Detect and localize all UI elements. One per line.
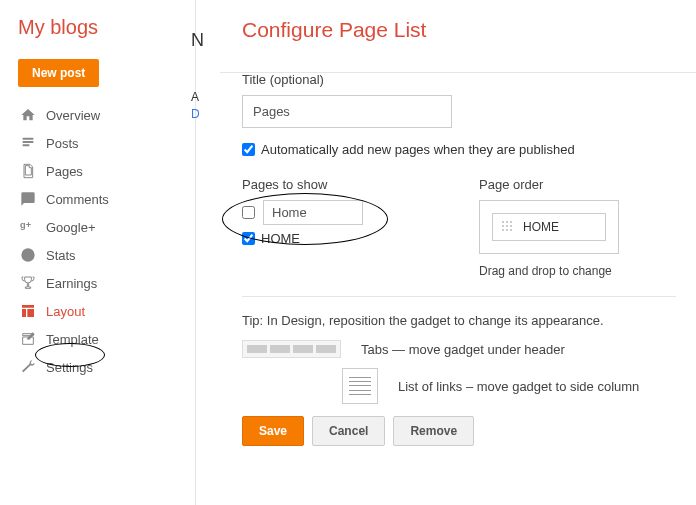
list-visual-icon bbox=[342, 368, 378, 404]
page-order-col: Page order HOME Drag and drop to change bbox=[479, 177, 676, 278]
stats-icon bbox=[18, 247, 38, 263]
page-order-label: Page order bbox=[479, 177, 676, 192]
svg-point-6 bbox=[510, 225, 512, 227]
svg-point-7 bbox=[502, 229, 504, 231]
remove-button[interactable]: Remove bbox=[393, 416, 474, 446]
nav-label: Template bbox=[46, 332, 99, 347]
tabs-tip-row: Tabs — move gadget under header bbox=[242, 340, 676, 358]
home-icon bbox=[18, 107, 38, 123]
nav-settings[interactable]: Settings bbox=[18, 353, 195, 381]
auto-add-checkbox[interactable] bbox=[242, 143, 255, 156]
nav-pages[interactable]: Pages bbox=[18, 157, 195, 185]
nav-label: Google+ bbox=[46, 220, 96, 235]
drag-handle-icon bbox=[501, 220, 515, 234]
nav-label: Posts bbox=[46, 136, 79, 151]
page-home-checkbox[interactable] bbox=[242, 206, 255, 219]
nav-label: Comments bbox=[46, 192, 109, 207]
page-home-input[interactable] bbox=[263, 200, 363, 225]
main-panel: Configure Page List Title (optional) Aut… bbox=[196, 0, 696, 505]
page-title: Configure Page List bbox=[242, 18, 676, 42]
nav-googleplus[interactable]: g+Google+ bbox=[18, 213, 195, 241]
clipped-link[interactable]: D bbox=[191, 107, 200, 121]
nav-label: Settings bbox=[46, 360, 93, 375]
svg-point-5 bbox=[506, 225, 508, 227]
nav-label: Overview bbox=[46, 108, 100, 123]
clipped-text: N bbox=[191, 30, 204, 51]
tip-text: Tip: In Design, reposition the gadget to… bbox=[242, 313, 676, 328]
pages-to-show-label: Pages to show bbox=[242, 177, 439, 192]
title-field-label: Title (optional) bbox=[242, 72, 676, 87]
googleplus-icon: g+ bbox=[18, 219, 38, 235]
nav-template[interactable]: Template bbox=[18, 325, 195, 353]
svg-point-4 bbox=[502, 225, 504, 227]
nav-stats[interactable]: Stats bbox=[18, 241, 195, 269]
top-divider bbox=[220, 72, 696, 73]
svg-text:g+: g+ bbox=[20, 220, 32, 230]
clipped-text: A bbox=[191, 90, 199, 104]
nav-earnings[interactable]: Earnings bbox=[18, 269, 195, 297]
pages-to-show-col: Pages to show HOME bbox=[242, 177, 439, 278]
wrench-icon bbox=[18, 359, 38, 375]
svg-point-8 bbox=[506, 229, 508, 231]
layout-icon bbox=[18, 303, 38, 319]
nav-comments[interactable]: Comments bbox=[18, 185, 195, 213]
new-post-button[interactable]: New post bbox=[18, 59, 99, 87]
svg-point-2 bbox=[506, 221, 508, 223]
sidebar-nav: Overview Posts Pages Comments g+Google+ … bbox=[18, 101, 195, 381]
page-order-item[interactable]: HOME bbox=[492, 213, 606, 241]
title-input[interactable] bbox=[242, 95, 452, 128]
drag-drop-text: Drag and drop to change bbox=[479, 264, 676, 278]
save-button[interactable]: Save bbox=[242, 416, 304, 446]
order-item-label: HOME bbox=[523, 220, 559, 234]
nav-label: Earnings bbox=[46, 276, 97, 291]
pages-icon bbox=[18, 163, 38, 179]
svg-point-9 bbox=[510, 229, 512, 231]
nav-posts[interactable]: Posts bbox=[18, 129, 195, 157]
template-icon bbox=[18, 331, 38, 347]
svg-point-1 bbox=[502, 221, 504, 223]
tabs-visual-icon bbox=[242, 340, 341, 358]
sidebar: My blogs New post Overview Posts Pages C… bbox=[0, 0, 196, 505]
page-home-caps-checkbox[interactable] bbox=[242, 232, 255, 245]
auto-add-label: Automatically add new pages when they ar… bbox=[261, 142, 575, 157]
posts-icon bbox=[18, 135, 38, 151]
list-tip-row: List of links – move gadget to side colu… bbox=[242, 368, 676, 404]
page-order-box: HOME bbox=[479, 200, 619, 254]
nav-label: Pages bbox=[46, 164, 83, 179]
nav-layout[interactable]: Layout bbox=[18, 297, 195, 325]
trophy-icon bbox=[18, 275, 38, 291]
list-tip-text: List of links – move gadget to side colu… bbox=[398, 379, 639, 394]
comments-icon bbox=[18, 191, 38, 207]
nav-label: Stats bbox=[46, 248, 76, 263]
svg-point-3 bbox=[510, 221, 512, 223]
my-blogs-heading: My blogs bbox=[18, 16, 195, 39]
nav-label: Layout bbox=[46, 304, 85, 319]
action-buttons: Save Cancel Remove bbox=[242, 416, 676, 446]
tabs-tip-text: Tabs — move gadget under header bbox=[361, 342, 565, 357]
page-home-caps-label: HOME bbox=[261, 231, 300, 246]
nav-overview[interactable]: Overview bbox=[18, 101, 195, 129]
cancel-button[interactable]: Cancel bbox=[312, 416, 385, 446]
divider bbox=[242, 296, 676, 297]
